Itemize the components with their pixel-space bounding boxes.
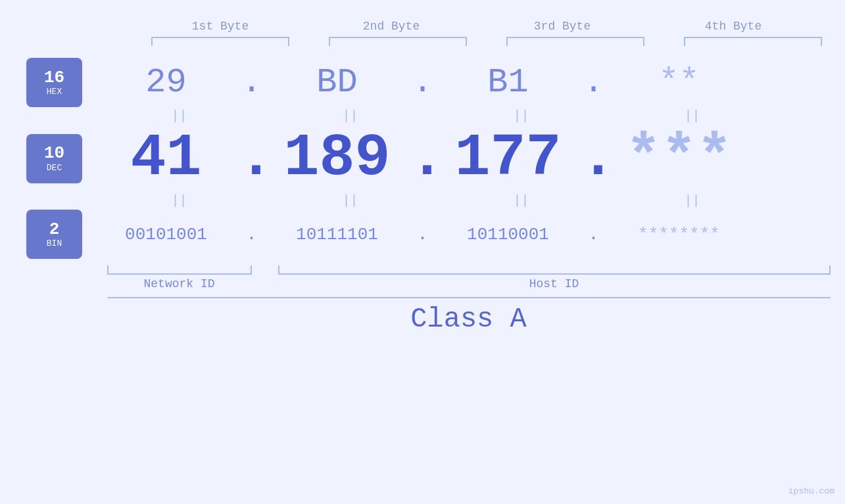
class-label: Class A [410,304,526,335]
eq2-2: || [278,193,423,208]
eq1-2: || [278,108,423,124]
bin-val-2: 10111101 [265,225,410,244]
byte4-header: 4th Byte [661,20,806,33]
hex-dot-3: . [581,63,607,102]
hex-val-1: 29 [94,63,239,102]
hex-val-2: BD [265,63,410,102]
eq1-3: || [449,108,594,124]
hex-val-3: B1 [436,63,581,102]
hex-label: 16 HEX [26,58,82,107]
bin-row: 2 BIN 00101001 . 10111101 . 10110001 . *… [15,210,831,259]
id-brackets [107,265,831,275]
eq2-4: || [620,193,765,208]
bin-dot-2: . [410,225,436,244]
dec-row: 10 DEC 41 . 189 . 177 . *** [15,125,831,192]
dec-val-1: 41 [94,125,239,192]
eq1-1: || [107,108,252,124]
bracket-byte3 [506,37,644,46]
eq2-1: || [107,193,252,208]
equals-row-2: || || || || [107,193,831,208]
hex-row: 16 HEX 29 . BD . B1 . ** [15,58,831,107]
bracket-byte2 [329,37,467,46]
bracket-byte1 [151,37,289,46]
network-id-bracket [107,265,252,275]
bin-val-4: ******** [607,225,752,244]
watermark: ipshu.com [788,486,834,496]
hex-dot-1: . [239,63,265,102]
dec-dot-3: . [581,125,607,192]
class-line [107,297,831,298]
equals-row-1: || || || || [107,108,831,124]
byte1-header: 1st Byte [148,20,293,33]
dec-val-2: 189 [265,125,410,192]
class-section: Class A [107,297,831,335]
bin-dot-3: . [581,225,607,244]
bracket-byte4 [684,37,822,46]
main-container: 1st Byte 2nd Byte 3rd Byte 4th Byte 16 H… [0,0,845,504]
id-labels: Network ID Host ID [107,277,831,290]
bin-dot-1: . [239,225,265,244]
dec-val-4: *** [607,125,752,192]
hex-dot-2: . [410,63,436,102]
hex-val-4: ** [607,63,752,102]
bin-val-1: 00101001 [94,225,239,244]
bin-val-3: 10110001 [436,225,581,244]
host-id-label: Host ID [278,277,831,290]
network-id-label: Network ID [107,277,252,290]
eq1-4: || [620,108,765,124]
dec-label: 10 DEC [26,134,82,183]
dec-dot-2: . [410,125,436,192]
eq2-3: || [449,193,594,208]
dec-dot-1: . [239,125,265,192]
byte2-header: 2nd Byte [319,20,464,33]
host-id-bracket [278,265,831,275]
dec-val-3: 177 [436,125,581,192]
bin-label: 2 BIN [26,210,82,259]
byte3-header: 3rd Byte [490,20,635,33]
